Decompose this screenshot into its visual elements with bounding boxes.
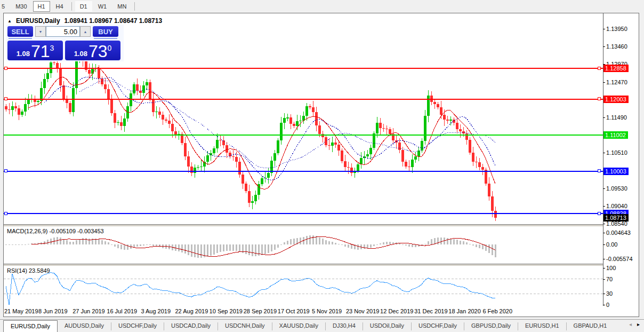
sell-price-figure: 1.08 <box>17 50 30 58</box>
candlestick-series <box>5 54 497 221</box>
buy-price-point: 0 <box>108 44 112 52</box>
tab-audusd-daily[interactable]: AUDUSD,Daily <box>58 320 111 332</box>
rsi-header: RSI(14) 23.5849 <box>7 267 50 274</box>
axis-tick-mark <box>603 82 605 83</box>
axis-tick-mark <box>603 305 605 305</box>
level-price-label: 1.10003 <box>603 168 629 175</box>
chart-tab-bar: EURUSD,DailyAUDUSD,DailyUSDCHF,DailyUSDC… <box>0 319 644 332</box>
sell-price-display[interactable]: 1.08 71 3 <box>7 41 63 60</box>
sell-price-point: 3 <box>50 44 54 52</box>
axis-tick-mark <box>603 117 605 118</box>
level-handle <box>598 67 600 69</box>
collapse-icon[interactable]: ▲ <box>7 19 12 23</box>
level-handle <box>598 170 600 172</box>
macd-tick: 0.00 <box>606 241 617 248</box>
toolbar-separator <box>71 2 72 11</box>
tab-xauusd-daily[interactable]: XAUUSD,Daily <box>272 320 325 332</box>
axis-tick-mark <box>603 244 605 245</box>
level-handle <box>598 212 600 215</box>
volume-decrease-button[interactable]: ▼ <box>35 26 46 37</box>
tab-scroll-right-icon[interactable]: ▸ <box>637 321 640 327</box>
price-tick: 1.13460 <box>606 43 627 50</box>
date-tick: 28 Sep 2019 <box>244 308 277 314</box>
date-tick: 17 Oct 2019 <box>278 308 310 314</box>
rsi-canvas[interactable] <box>4 266 603 306</box>
price-tick: 1.09530 <box>606 185 627 192</box>
date-tick: 10 Sep 2019 <box>210 308 243 314</box>
tab-eurusd-daily[interactable]: EURUSD,Daily <box>3 320 58 332</box>
macd-signal-value: -0.003453 <box>77 228 104 234</box>
buy-button[interactable]: BUY <box>93 26 118 37</box>
timeframe-button-d1[interactable]: D1 <box>75 1 92 12</box>
one-click-trading-panel: SELL ▼ ▲ BUY 1.08 71 3 1.08 73 0 <box>6 25 124 61</box>
date-tick: 21 May 2019 <box>4 308 38 314</box>
macd-main-value: -0.005109 <box>49 228 76 234</box>
axis-tick-mark <box>603 153 605 153</box>
ma-fast-navy-line <box>44 77 495 180</box>
date-tick: 8 Jun 2019 <box>38 308 67 314</box>
date-tick: 6 Feb 2020 <box>482 308 512 314</box>
tab-usdoil-daily[interactable]: USDOil,Daily <box>363 320 411 332</box>
timeframe-button-w1[interactable]: W1 <box>93 1 112 12</box>
date-tick: 18 Jan 2020 <box>448 308 481 314</box>
axis-tick-mark <box>603 294 605 294</box>
tab-eurusd-h1[interactable]: EURUSD,H1 <box>518 320 566 332</box>
current-price-label: 1.08713 <box>603 214 629 222</box>
date-tick: 5 Nov 2019 <box>312 308 342 314</box>
toolbar-separator <box>134 2 135 11</box>
volume-input[interactable] <box>46 26 80 37</box>
price-tick: 1.09040 <box>606 203 627 209</box>
date-axis: 21 May 20198 Jun 201927 Jun 201916 Jul 2… <box>4 306 603 317</box>
date-tick: 22 Aug 2019 <box>175 308 208 314</box>
ma-slow-navy-line <box>79 81 495 168</box>
horizontal-levels <box>4 67 603 215</box>
tab-usdchf-daily[interactable]: USDCHF,Daily <box>111 320 164 332</box>
price-tick: 1.10510 <box>606 149 627 156</box>
date-tick: 12 Dec 2019 <box>380 308 413 314</box>
macd-label: MACD(12,26,9) <box>7 228 47 234</box>
macd-header: MACD(12,26,9) -0.005109 -0.003453 <box>7 228 104 234</box>
level-price-label: 1.11002 <box>603 131 628 139</box>
volume-increase-button[interactable]: ▲ <box>80 26 91 37</box>
date-tick: 27 Jun 2019 <box>73 308 105 314</box>
timeframe-button-5[interactable]: 5 <box>0 1 10 12</box>
timeframe-button-h4[interactable]: H4 <box>51 1 68 12</box>
chart-header: ▲ EURUSD,Daily 1.08941 1.08967 1.08647 1… <box>7 17 162 25</box>
ohlc-values: 1.08941 1.08967 1.08647 1.08713 <box>65 17 163 25</box>
timeframe-button-mn[interactable]: MN <box>112 1 131 12</box>
axis-tick-mark <box>603 233 605 233</box>
macd-histogram <box>5 235 496 258</box>
tab-usdcnh-daily[interactable]: USDCNH,Daily <box>218 320 272 332</box>
date-tick: 23 Nov 2019 <box>346 308 379 314</box>
timeframe-button-m30[interactable]: M30 <box>11 1 31 12</box>
buy-price-display[interactable]: 1.08 73 0 <box>65 41 120 60</box>
rsi-tick: 70 <box>606 276 613 282</box>
axis-tick-mark <box>603 46 605 47</box>
price-tick: 1.13950 <box>606 26 627 32</box>
macd-tick: 0.004643 <box>606 230 631 236</box>
axis-tick-mark <box>603 206 605 207</box>
timeframe-toolbar: 5M30H1H4D1W1MN <box>0 0 644 12</box>
price-tick: 1.12470 <box>606 79 627 85</box>
level-handle <box>4 212 7 215</box>
tab-dj30-h4[interactable]: DJ30,H4 <box>326 320 363 332</box>
buy-price-figure: 1.08 <box>74 50 87 58</box>
symbol-period-label: EURUSD,Daily <box>16 17 60 25</box>
tab-gbpusd-daily[interactable]: GBPUSD,Daily <box>464 320 518 332</box>
axis-tick-mark <box>603 268 605 268</box>
level-handle <box>4 170 7 172</box>
axis-tick-mark <box>603 29 605 29</box>
tab-scroll-left-icon[interactable]: ◂ <box>629 321 632 327</box>
rsi-tick: 0 <box>606 302 609 308</box>
buy-price-pips: 73 <box>88 44 108 59</box>
tab-usdcad-daily[interactable]: USDCAD,Daily <box>164 320 218 332</box>
date-tick: 16 Jul 2019 <box>107 308 137 314</box>
tab-scroll-arrows: ◂ ▸ <box>629 321 640 327</box>
sell-button[interactable]: SELL <box>7 26 33 37</box>
price-tick: 1.08540 <box>606 220 627 227</box>
sell-price-pips: 71 <box>31 44 50 59</box>
timeframe-button-h1[interactable]: H1 <box>33 1 50 12</box>
tab-usdchf-daily[interactable]: USDCHF,Daily <box>412 320 464 332</box>
axis-tick-mark <box>603 279 605 280</box>
tab-gbpaud-h1[interactable]: GBPAUD,H1 <box>567 320 614 332</box>
